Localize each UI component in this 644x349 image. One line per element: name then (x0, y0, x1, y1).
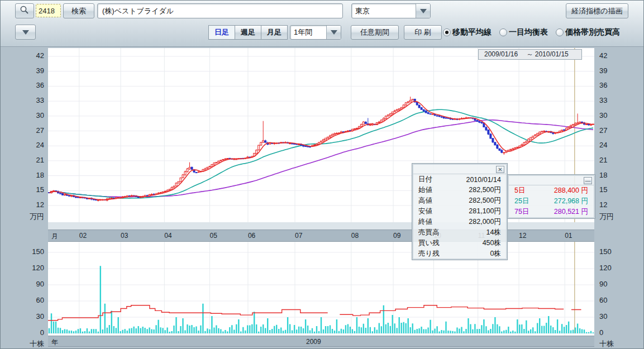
radio-label: 価格帯別売買高 (565, 27, 620, 37)
year-axis-caption: 年 (51, 338, 58, 347)
period-tabs: 日足週足月足 (208, 25, 287, 40)
search-icon-button[interactable] (15, 3, 34, 18)
tab-daily[interactable]: 日足 (208, 25, 235, 40)
volume-axis-tick-right: 90 (599, 280, 622, 288)
tooltip-row: 売り残0株 (413, 248, 506, 259)
tooltip-row-label: 終値 (418, 217, 432, 227)
year-axis-label: 2009 (306, 338, 321, 346)
year-axis-band: 年2009 (48, 336, 594, 347)
quote-tooltip-rows: 日付2010/01/14始値282,500円高値282,500円安値281,10… (413, 174, 506, 259)
range-dropdown-arrow-icon[interactable] (326, 26, 341, 39)
minimize-icon[interactable]: — (584, 177, 592, 184)
legend-row: 5日288,400 円 (509, 185, 594, 196)
close-icon[interactable]: ✕ (496, 166, 504, 173)
volume-axis-tick-left: 30 (17, 312, 44, 321)
legend-row: 75日280,521 円 (509, 207, 594, 217)
tooltip-row-value: 282,500円 (469, 196, 501, 205)
volume-axis-tick-right: 120 (599, 264, 622, 272)
month-axis-label: 07 (295, 232, 302, 240)
moving-average-legend: — 5日288,400 円25日272,968 円75日280,521 円 (508, 175, 595, 218)
price-axis-tick-left: 15 (17, 185, 44, 194)
exchange-select[interactable]: 東京 (351, 3, 431, 18)
tooltip-row-label: 買い残 (418, 238, 440, 248)
legend-row-value: 272,968 円 (554, 197, 588, 206)
radio-label: 移動平均線 (452, 27, 492, 37)
radio-circle-icon (556, 28, 564, 36)
tooltip-row-label: 売り残 (418, 249, 440, 259)
tooltip-row: 始値282,500円 (413, 185, 506, 195)
tooltip-row-label: 高値 (418, 196, 432, 205)
range-selected-value: 1年間 (290, 27, 326, 37)
radio-circle-icon (443, 28, 451, 36)
chart-menu-dropdown-button[interactable] (15, 25, 36, 40)
legend-header: — (509, 176, 594, 185)
radio-moving-average[interactable]: 移動平均線 (443, 27, 492, 37)
month-axis-label: 09 (393, 232, 400, 240)
stock-chart-app: 検索 東京 経済指標の描画 日足週足月足 1年間 任意期間 印 刷 移動平均線一… (0, 0, 644, 349)
price-axis-tick-right: 18 (599, 171, 622, 179)
radio-volume-by-price[interactable]: 価格帯別売買高 (556, 27, 620, 37)
price-axis-tick-left: 42 (17, 51, 44, 60)
radio-circle-icon (499, 28, 507, 36)
tooltip-row: 安値281,100円 (413, 206, 506, 217)
tooltip-row: 日付2010/01/14 (413, 174, 506, 185)
range-select[interactable]: 1年間 (290, 25, 341, 40)
price-axis-tick-right: 24 (599, 141, 622, 149)
tooltip-row-value: 281,100円 (469, 207, 501, 216)
chevron-down-icon (22, 30, 29, 35)
legend-row-value: 280,521 円 (554, 207, 588, 217)
legend-row-label: 25日 (514, 197, 529, 206)
search-icon (20, 5, 30, 17)
tab-monthly[interactable]: 月足 (261, 25, 288, 40)
tooltip-row-value: 0株 (490, 249, 501, 259)
month-axis-label: 04 (164, 232, 171, 240)
month-axis-label: 02 (79, 232, 87, 240)
month-axis-label: 12 (519, 232, 526, 240)
legend-row: 25日272,968 円 (509, 196, 594, 207)
price-axis-tick-left: 18 (17, 171, 44, 179)
price-axis-tick-right: 42 (599, 51, 622, 60)
search-button[interactable]: 検索 (63, 3, 94, 18)
volume-axis-tick-right: 150 (599, 247, 622, 256)
overlay-radio-group: 移動平均線一目均衡表価格帯別売買高 (443, 25, 628, 40)
month-axis-label: 03 (121, 232, 128, 240)
company-name-field[interactable] (97, 3, 343, 18)
tooltip-row-value: 282,000円 (469, 217, 501, 227)
date-range-box: 2009/01/16 ～ 2010/01/15 (478, 49, 582, 60)
price-axis-tick-left: 33 (17, 96, 44, 104)
custom-period-button[interactable]: 任意期間 (351, 25, 399, 40)
price-axis-tick-right: 21 (599, 156, 622, 164)
tooltip-row: 高値282,500円 (413, 195, 506, 206)
price-axis-tick-left: 30 (17, 111, 44, 119)
month-axis-label: 01 (565, 232, 572, 240)
tooltip-row-label: 始値 (418, 185, 432, 195)
tooltip-row-value: 14株 (486, 228, 501, 237)
exchange-selected-value: 東京 (352, 6, 416, 16)
tab-weekly[interactable]: 週足 (235, 25, 261, 40)
volume-axis-tick-left: 120 (17, 264, 44, 272)
volume-axis-unit-right: 十株 (599, 339, 626, 349)
volume-axis-unit-left: 十株 (17, 339, 44, 349)
volume-axis-tick-right: 60 (599, 296, 622, 304)
legend-rows: 5日288,400 円25日272,968 円75日280,521 円 (509, 185, 594, 217)
price-axis-tick-left: 24 (17, 141, 44, 149)
draw-economic-indicator-button[interactable]: 経済指標の描画 (566, 3, 628, 18)
toolbar: 検索 東京 経済指標の描画 日足週足月足 1年間 任意期間 印 刷 移動平均線一… (1, 1, 644, 47)
price-axis-tick-right: 15 (599, 185, 622, 194)
month-axis-band: 月020304050607080910111201 (48, 230, 594, 242)
price-axis-tick-left: 39 (17, 66, 44, 75)
price-axis-tick-left: 36 (17, 81, 44, 89)
radio-label: 一目均衡表 (509, 27, 548, 37)
price-axis-tick-left: 12 (17, 200, 44, 209)
legend-row-value: 288,400 円 (554, 186, 588, 195)
volume-chart-plot[interactable] (48, 242, 594, 336)
stock-code-input[interactable] (36, 4, 61, 17)
price-axis-unit-right: 万円 (599, 212, 626, 222)
radio-ichimoku[interactable]: 一目均衡表 (499, 27, 548, 37)
volume-axis-tick-right: 0 (599, 328, 622, 337)
print-button[interactable]: 印 刷 (404, 25, 442, 40)
exchange-dropdown-arrow-icon[interactable] (416, 4, 430, 18)
tooltip-row-value: 282,500円 (469, 185, 501, 195)
tooltip-row-label: 売買高 (418, 228, 440, 237)
tooltip-row-label: 日付 (418, 175, 432, 184)
